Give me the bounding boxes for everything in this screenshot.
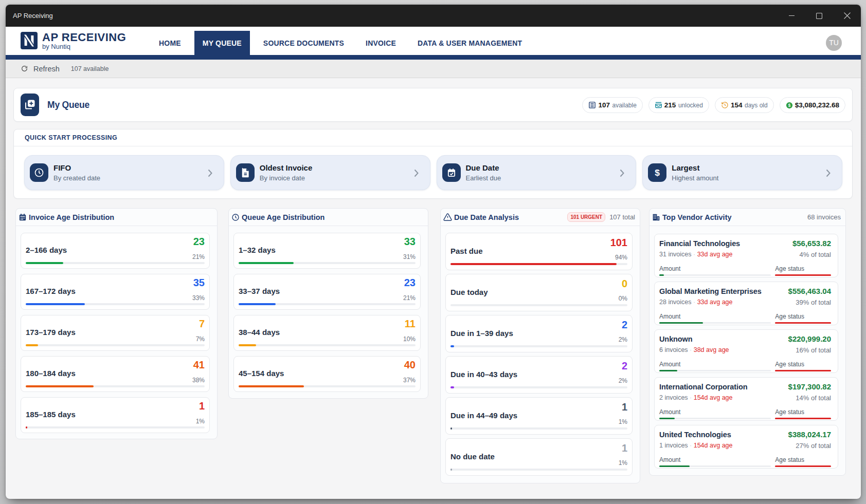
svg-text:$: $: [788, 103, 790, 107]
svg-text:$: $: [655, 167, 660, 178]
